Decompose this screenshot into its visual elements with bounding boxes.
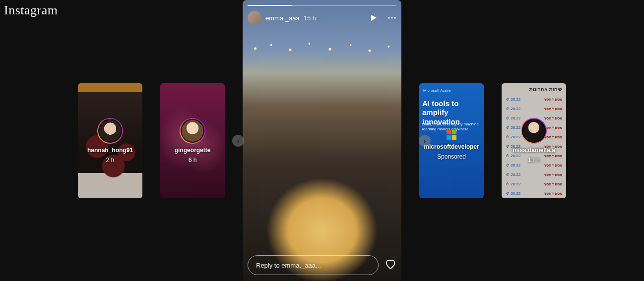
play-icon[interactable] [370,14,378,22]
prev-story-button[interactable]: ‹ [232,135,244,147]
avatar [522,119,546,143]
story-time: 6 h [189,157,197,164]
author-username[interactable]: emma._aaa [265,14,300,22]
sponsored-label: Sponsored [437,153,466,160]
story-tile-gingeorgette[interactable]: gingeorgette 6 h [160,83,225,198]
story-tile-daniella[interactable]: שיחות אחרונות ⏱ 20:22מספר חסר ⏱ 20:22מספ… [502,83,566,198]
author-avatar[interactable] [248,11,261,25]
story-tile-hannah[interactable]: hannah_hong91 2 h [78,83,142,198]
svg-marker-0 [371,15,377,21]
story-progress-fill [248,5,292,6]
more-icon[interactable] [387,14,396,22]
svg-point-1 [388,17,389,18]
story-time: 11 h [528,157,539,164]
sponsor-brand: Microsoft Azure [423,88,451,93]
avatar [98,119,122,143]
story-timestamp: 15 h [304,14,316,22]
like-icon[interactable] [385,258,396,272]
story-time: 2 h [106,157,115,164]
story-username: microsoftdeveloper [424,143,479,150]
story-username: gingeorgette [175,147,211,154]
story-username: miss.daniella.a [513,147,555,154]
stories-stage: hannah_hong91 2 h gingeorgette 6 h emma.… [0,0,644,281]
microsoft-logo-icon [447,130,456,140]
reply-input[interactable] [248,255,379,275]
svg-point-2 [391,17,392,18]
active-story: emma._aaa 15 h [243,0,401,281]
story-progress-track[interactable] [248,5,396,6]
next-story-button[interactable]: › [419,135,431,147]
svg-point-3 [394,17,395,18]
story-username: hannah_hong91 [87,147,133,154]
avatar [181,119,204,143]
